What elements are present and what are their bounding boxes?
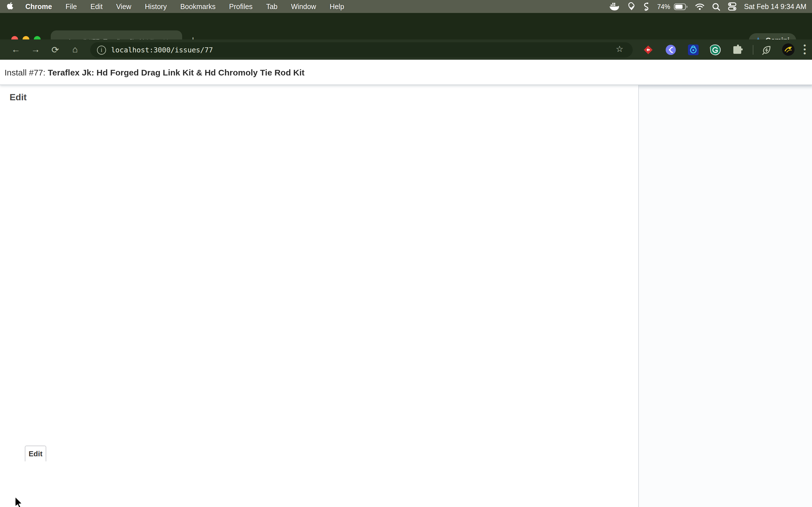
performance-leaf-icon[interactable]	[761, 45, 772, 55]
screen: Chrome File Edit View History Bookmarks …	[0, 0, 812, 507]
site-info-icon[interactable]: i	[97, 45, 106, 54]
menubar-item-bookmarks[interactable]: Bookmarks	[180, 3, 215, 10]
docker-menubar-icon[interactable]	[610, 3, 619, 10]
page-content	[0, 84, 812, 507]
notes-tab-edit[interactable]: Edit	[25, 446, 46, 461]
menubar-item-file[interactable]: File	[65, 3, 77, 10]
menubar-app-icon-1[interactable]	[627, 2, 636, 11]
chrome-tab-strip: Install #77: Teraflex Jk: Hd Fo ✕ + Gemi…	[0, 13, 812, 40]
battery-icon	[673, 3, 687, 10]
forward-icon[interactable]: →	[29, 45, 42, 55]
battery-percent: 74%	[657, 3, 670, 10]
spotlight-search-icon[interactable]	[712, 3, 720, 10]
menubar-item-tab[interactable]: Tab	[266, 3, 277, 10]
home-icon[interactable]: ⌂	[68, 45, 82, 55]
bookmark-star-icon[interactable]: ☆	[616, 44, 623, 54]
extension-icon-2[interactable]	[665, 45, 676, 55]
apple-menu-icon[interactable]	[7, 2, 14, 11]
edit-section-title: Edit	[10, 93, 27, 103]
mouse-cursor	[15, 497, 22, 507]
menubar-item-view[interactable]: View	[116, 3, 132, 10]
profile-avatar[interactable]	[782, 43, 795, 56]
menubar-item-chrome[interactable]: Chrome	[26, 3, 52, 10]
issue-title: Teraflex Jk: Hd Forged Drag Link Kit & H…	[48, 67, 305, 77]
menubar-item-help[interactable]: Help	[329, 3, 344, 10]
omnibox[interactable]: i localhost:3000/issues/77	[90, 42, 633, 57]
menubar-clock[interactable]: Sat Feb 14 9:34 AM	[744, 3, 806, 10]
menubar-app-icon-2[interactable]	[644, 2, 649, 11]
extension-icon-1[interactable]	[643, 45, 654, 55]
back-icon[interactable]: ←	[9, 45, 22, 55]
issue-sticky-header: Install #77: Teraflex Jk: Hd Forged Drag…	[0, 60, 812, 85]
control-center-icon[interactable]	[728, 2, 736, 11]
macos-menubar: Chrome File Edit View History Bookmarks …	[0, 0, 812, 13]
menubar-item-history[interactable]: History	[145, 3, 167, 10]
issue-id-prefix: Install #77:	[4, 67, 45, 77]
toolbar-divider	[753, 45, 753, 55]
wifi-icon[interactable]	[695, 3, 704, 10]
grammarly-extension-icon[interactable]	[710, 45, 721, 55]
reload-icon[interactable]: ⟳	[49, 44, 62, 55]
right-pane	[639, 84, 812, 507]
menubar-item-window[interactable]: Window	[291, 3, 316, 10]
menubar-item-edit[interactable]: Edit	[91, 3, 103, 10]
right-pane-shadow	[639, 84, 812, 90]
menubar-item-profiles[interactable]: Profiles	[229, 3, 253, 10]
chrome-menu-icon[interactable]: •••	[803, 43, 806, 55]
extension-icon-3[interactable]	[688, 45, 699, 55]
extensions-puzzle-icon[interactable]	[732, 45, 743, 55]
url-text[interactable]: localhost:3000/issues/77	[111, 46, 213, 54]
